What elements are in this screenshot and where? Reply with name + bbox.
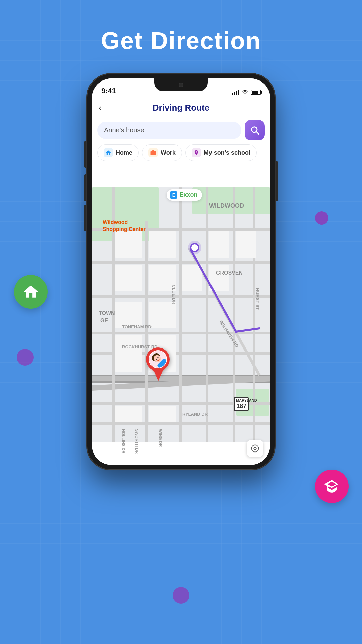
svg-rect-34 bbox=[149, 406, 176, 422]
svg-text:RYLAND DR: RYLAND DR bbox=[182, 412, 208, 417]
svg-text:WILDWOOD: WILDWOOD bbox=[209, 202, 244, 209]
svg-point-59 bbox=[254, 447, 256, 450]
svg-text:TOWN: TOWN bbox=[99, 310, 115, 316]
status-time: 9:41 bbox=[101, 87, 116, 95]
chip-home[interactable]: Home bbox=[97, 144, 139, 161]
svg-rect-4 bbox=[192, 187, 270, 214]
chip-school[interactable]: My son's school bbox=[185, 144, 257, 161]
phone-notch bbox=[154, 78, 208, 91]
svg-rect-18 bbox=[145, 221, 148, 442]
search-input-wrap[interactable]: Anne's house bbox=[97, 122, 241, 139]
map-area: CLUE DR HURST ST BELHAVEN RD TONEHAM RD … bbox=[92, 165, 270, 465]
route-origin-dot bbox=[190, 243, 199, 252]
decoration-purple-mid bbox=[17, 349, 34, 366]
svg-text:SWORTH DR: SWORTH DR bbox=[134, 429, 139, 454]
decoration-purple-top bbox=[315, 211, 328, 225]
svg-rect-33 bbox=[115, 406, 142, 422]
svg-rect-20 bbox=[206, 187, 208, 442]
svg-rect-31 bbox=[115, 335, 142, 372]
svg-point-60 bbox=[252, 445, 259, 452]
svg-rect-36 bbox=[236, 231, 256, 258]
svg-rect-35 bbox=[209, 231, 229, 258]
front-camera bbox=[179, 83, 183, 87]
float-home-icon bbox=[14, 275, 48, 309]
chip-home-label: Home bbox=[116, 149, 132, 156]
page-title: Get Direction bbox=[0, 27, 362, 54]
chip-work[interactable]: Work bbox=[142, 144, 182, 161]
exxon-label: Exxon bbox=[179, 191, 197, 198]
work-chip-icon bbox=[148, 148, 158, 157]
search-input[interactable]: Anne's house bbox=[104, 126, 144, 134]
quick-chips-row: Home Work My son's school bbox=[92, 144, 270, 165]
back-button[interactable]: ‹ bbox=[99, 103, 102, 113]
chip-work-label: Work bbox=[161, 149, 176, 156]
status-icons bbox=[232, 89, 261, 95]
map-background: CLUE DR HURST ST BELHAVEN RD TONEHAM RD … bbox=[92, 165, 270, 465]
svg-rect-30 bbox=[149, 302, 176, 328]
phone-frame: 9:41 ‹ Driving bbox=[87, 74, 275, 470]
float-school-icon bbox=[315, 470, 349, 503]
svg-rect-22 bbox=[253, 187, 255, 442]
svg-text:CLUE DR: CLUE DR bbox=[171, 285, 176, 304]
chip-school-label: My son's school bbox=[204, 149, 250, 156]
search-bar: Anne's house bbox=[97, 120, 265, 140]
svg-text:WING DR: WING DR bbox=[158, 429, 163, 447]
search-button[interactable] bbox=[245, 120, 265, 140]
decoration-purple-bottom bbox=[173, 587, 189, 604]
wifi-icon bbox=[242, 89, 248, 95]
svg-text:HOLLINS DR: HOLLINS DR bbox=[121, 429, 126, 454]
battery-icon bbox=[251, 90, 261, 95]
svg-rect-24 bbox=[115, 231, 142, 258]
phone-screen: 9:41 ‹ Driving bbox=[92, 78, 270, 465]
svg-rect-28 bbox=[182, 265, 202, 291]
home-chip-icon bbox=[104, 148, 113, 157]
svg-rect-19 bbox=[179, 187, 182, 442]
exxon-badge: E Exxon bbox=[167, 189, 202, 201]
svg-rect-25 bbox=[149, 231, 176, 258]
svg-text:TONEHAM RD: TONEHAM RD bbox=[122, 324, 152, 329]
user-location-pin bbox=[146, 347, 173, 381]
svg-text:GE: GE bbox=[100, 318, 108, 323]
svg-text:GROSVEN: GROSVEN bbox=[216, 270, 243, 276]
user-avatar bbox=[145, 346, 171, 372]
app-header: ‹ Driving Route bbox=[92, 98, 270, 117]
header-title: Driving Route bbox=[153, 103, 209, 113]
exxon-icon: E bbox=[170, 191, 177, 199]
svg-text:HURST ST: HURST ST bbox=[255, 288, 260, 310]
school-chip-icon bbox=[192, 148, 201, 157]
svg-line-1 bbox=[256, 132, 258, 134]
maryland-route-badge: MARYLAND 187 bbox=[234, 397, 249, 411]
svg-rect-26 bbox=[115, 265, 142, 291]
location-target-button[interactable] bbox=[247, 440, 263, 457]
signal-icon bbox=[232, 90, 239, 95]
